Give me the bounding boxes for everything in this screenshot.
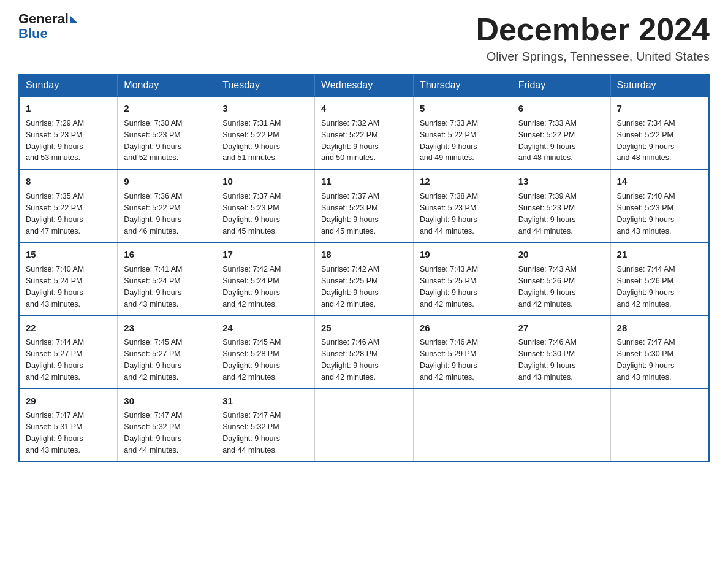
calendar-day-cell: 12 Sunrise: 7:38 AMSunset: 5:23 PMDaylig… bbox=[413, 169, 512, 242]
weekday-header-sunday: Sunday bbox=[19, 74, 118, 96]
day-number: 27 bbox=[518, 321, 604, 335]
day-info: Sunrise: 7:30 AMSunset: 5:23 PMDaylight:… bbox=[124, 119, 182, 163]
logo-general-text: General bbox=[18, 12, 69, 26]
day-number: 4 bbox=[321, 102, 407, 115]
calendar-day-cell: 2 Sunrise: 7:30 AMSunset: 5:23 PMDayligh… bbox=[118, 96, 216, 169]
calendar-day-cell: 17 Sunrise: 7:42 AMSunset: 5:24 PMDaylig… bbox=[216, 242, 315, 315]
weekday-header-tuesday: Tuesday bbox=[216, 74, 315, 96]
calendar-empty-cell bbox=[413, 389, 512, 462]
calendar-day-cell: 18 Sunrise: 7:42 AMSunset: 5:25 PMDaylig… bbox=[315, 242, 414, 315]
logo: General Blue bbox=[18, 12, 78, 42]
day-info: Sunrise: 7:46 AMSunset: 5:30 PMDaylight:… bbox=[518, 338, 577, 381]
day-info: Sunrise: 7:44 AMSunset: 5:26 PMDaylight:… bbox=[617, 265, 675, 308]
calendar-day-cell: 30 Sunrise: 7:47 AMSunset: 5:32 PMDaylig… bbox=[118, 389, 216, 462]
day-number: 19 bbox=[420, 248, 506, 261]
calendar-day-cell: 7 Sunrise: 7:34 AMSunset: 5:22 PMDayligh… bbox=[610, 96, 709, 169]
day-info: Sunrise: 7:37 AMSunset: 5:23 PMDaylight:… bbox=[222, 192, 281, 236]
day-info: Sunrise: 7:44 AMSunset: 5:27 PMDaylight:… bbox=[26, 338, 84, 381]
day-number: 23 bbox=[124, 321, 210, 335]
calendar-day-cell: 11 Sunrise: 7:37 AMSunset: 5:23 PMDaylig… bbox=[315, 169, 414, 242]
calendar-day-cell: 20 Sunrise: 7:43 AMSunset: 5:26 PMDaylig… bbox=[512, 242, 610, 315]
weekday-header-monday: Monday bbox=[118, 74, 216, 96]
day-info: Sunrise: 7:47 AMSunset: 5:30 PMDaylight:… bbox=[617, 338, 675, 381]
calendar-day-cell: 19 Sunrise: 7:43 AMSunset: 5:25 PMDaylig… bbox=[413, 242, 512, 315]
day-info: Sunrise: 7:32 AMSunset: 5:22 PMDaylight:… bbox=[321, 119, 379, 163]
day-info: Sunrise: 7:36 AMSunset: 5:22 PMDaylight:… bbox=[124, 192, 182, 236]
day-number: 14 bbox=[617, 175, 702, 188]
day-number: 26 bbox=[420, 321, 506, 335]
day-number: 3 bbox=[222, 102, 308, 115]
calendar-week-row: 1 Sunrise: 7:29 AMSunset: 5:23 PMDayligh… bbox=[19, 96, 709, 169]
day-info: Sunrise: 7:46 AMSunset: 5:28 PMDaylight:… bbox=[321, 338, 379, 381]
weekday-header-wednesday: Wednesday bbox=[315, 74, 414, 96]
day-number: 12 bbox=[420, 175, 506, 188]
logo-arrow-icon bbox=[70, 15, 77, 23]
calendar-day-cell: 13 Sunrise: 7:39 AMSunset: 5:23 PMDaylig… bbox=[512, 169, 610, 242]
day-info: Sunrise: 7:29 AMSunset: 5:23 PMDaylight:… bbox=[26, 119, 84, 163]
day-number: 28 bbox=[617, 321, 702, 335]
day-info: Sunrise: 7:47 AMSunset: 5:31 PMDaylight:… bbox=[26, 411, 84, 454]
day-number: 22 bbox=[26, 321, 111, 335]
calendar-week-row: 8 Sunrise: 7:35 AMSunset: 5:22 PMDayligh… bbox=[19, 169, 709, 242]
day-info: Sunrise: 7:31 AMSunset: 5:22 PMDaylight:… bbox=[222, 119, 281, 163]
title-block: December 2024 Oliver Springs, Tennessee,… bbox=[476, 12, 710, 64]
day-info: Sunrise: 7:41 AMSunset: 5:24 PMDaylight:… bbox=[124, 265, 182, 308]
day-number: 24 bbox=[222, 321, 308, 335]
calendar-day-cell: 9 Sunrise: 7:36 AMSunset: 5:22 PMDayligh… bbox=[118, 169, 216, 242]
day-info: Sunrise: 7:40 AMSunset: 5:23 PMDaylight:… bbox=[617, 192, 675, 236]
calendar-day-cell: 4 Sunrise: 7:32 AMSunset: 5:22 PMDayligh… bbox=[315, 96, 414, 169]
calendar-day-cell: 25 Sunrise: 7:46 AMSunset: 5:28 PMDaylig… bbox=[315, 316, 414, 389]
day-info: Sunrise: 7:33 AMSunset: 5:22 PMDaylight:… bbox=[518, 119, 577, 163]
calendar-day-cell: 6 Sunrise: 7:33 AMSunset: 5:22 PMDayligh… bbox=[512, 96, 610, 169]
calendar-week-row: 22 Sunrise: 7:44 AMSunset: 5:27 PMDaylig… bbox=[19, 316, 709, 389]
calendar-empty-cell bbox=[315, 389, 414, 462]
day-info: Sunrise: 7:39 AMSunset: 5:23 PMDaylight:… bbox=[518, 192, 577, 236]
day-info: Sunrise: 7:43 AMSunset: 5:26 PMDaylight:… bbox=[518, 265, 577, 308]
calendar-day-cell: 5 Sunrise: 7:33 AMSunset: 5:22 PMDayligh… bbox=[413, 96, 512, 169]
day-number: 2 bbox=[124, 102, 210, 115]
day-info: Sunrise: 7:33 AMSunset: 5:22 PMDaylight:… bbox=[420, 119, 478, 163]
day-number: 1 bbox=[26, 102, 111, 115]
calendar-day-cell: 23 Sunrise: 7:45 AMSunset: 5:27 PMDaylig… bbox=[118, 316, 216, 389]
day-number: 7 bbox=[617, 102, 702, 115]
day-info: Sunrise: 7:43 AMSunset: 5:25 PMDaylight:… bbox=[420, 265, 478, 308]
day-number: 13 bbox=[518, 175, 604, 188]
logo-blue-text: Blue bbox=[18, 26, 48, 41]
calendar-table: SundayMondayTuesdayWednesdayThursdayFrid… bbox=[18, 74, 710, 462]
weekday-header-saturday: Saturday bbox=[610, 74, 709, 96]
day-number: 9 bbox=[124, 175, 210, 188]
day-info: Sunrise: 7:35 AMSunset: 5:22 PMDaylight:… bbox=[26, 192, 84, 236]
day-number: 6 bbox=[518, 102, 604, 115]
day-info: Sunrise: 7:40 AMSunset: 5:24 PMDaylight:… bbox=[26, 265, 84, 308]
day-number: 8 bbox=[26, 175, 111, 188]
calendar-day-cell: 24 Sunrise: 7:45 AMSunset: 5:28 PMDaylig… bbox=[216, 316, 315, 389]
day-number: 18 bbox=[321, 248, 407, 261]
day-info: Sunrise: 7:46 AMSunset: 5:29 PMDaylight:… bbox=[420, 338, 478, 381]
calendar-day-cell: 8 Sunrise: 7:35 AMSunset: 5:22 PMDayligh… bbox=[19, 169, 118, 242]
day-number: 29 bbox=[26, 394, 111, 408]
day-number: 10 bbox=[222, 175, 308, 188]
calendar-day-cell: 27 Sunrise: 7:46 AMSunset: 5:30 PMDaylig… bbox=[512, 316, 610, 389]
day-number: 17 bbox=[222, 248, 308, 261]
calendar-week-row: 15 Sunrise: 7:40 AMSunset: 5:24 PMDaylig… bbox=[19, 242, 709, 315]
day-info: Sunrise: 7:47 AMSunset: 5:32 PMDaylight:… bbox=[124, 411, 182, 454]
day-number: 20 bbox=[518, 248, 604, 261]
calendar-day-cell: 31 Sunrise: 7:47 AMSunset: 5:32 PMDaylig… bbox=[216, 389, 315, 462]
calendar-day-cell: 28 Sunrise: 7:47 AMSunset: 5:30 PMDaylig… bbox=[610, 316, 709, 389]
day-number: 31 bbox=[222, 394, 308, 408]
day-number: 21 bbox=[617, 248, 702, 261]
calendar-empty-cell bbox=[512, 389, 610, 462]
day-info: Sunrise: 7:34 AMSunset: 5:22 PMDaylight:… bbox=[617, 119, 675, 163]
calendar-day-cell: 21 Sunrise: 7:44 AMSunset: 5:26 PMDaylig… bbox=[610, 242, 709, 315]
day-number: 30 bbox=[124, 394, 210, 408]
calendar-empty-cell bbox=[610, 389, 709, 462]
day-info: Sunrise: 7:42 AMSunset: 5:24 PMDaylight:… bbox=[222, 265, 281, 308]
day-number: 5 bbox=[420, 102, 506, 115]
calendar-week-row: 29 Sunrise: 7:47 AMSunset: 5:31 PMDaylig… bbox=[19, 389, 709, 462]
day-number: 11 bbox=[321, 175, 407, 188]
day-info: Sunrise: 7:45 AMSunset: 5:28 PMDaylight:… bbox=[222, 338, 281, 381]
calendar-day-cell: 16 Sunrise: 7:41 AMSunset: 5:24 PMDaylig… bbox=[118, 242, 216, 315]
calendar-day-cell: 3 Sunrise: 7:31 AMSunset: 5:22 PMDayligh… bbox=[216, 96, 315, 169]
day-info: Sunrise: 7:38 AMSunset: 5:23 PMDaylight:… bbox=[420, 192, 478, 236]
day-info: Sunrise: 7:47 AMSunset: 5:32 PMDaylight:… bbox=[222, 411, 281, 454]
